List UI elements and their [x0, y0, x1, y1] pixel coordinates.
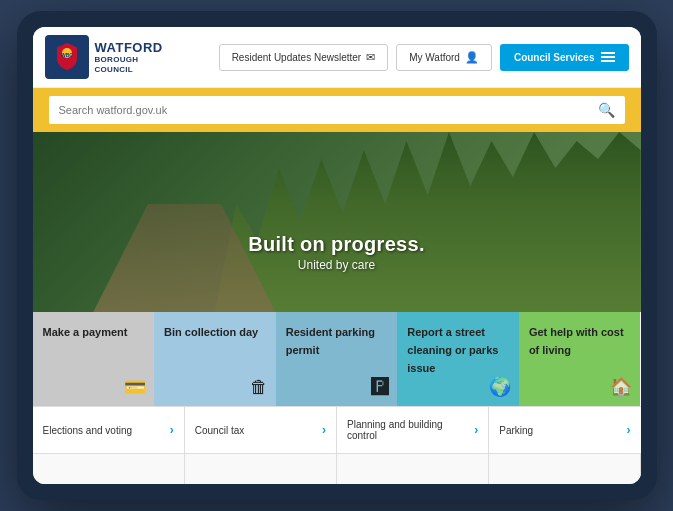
- council-tax-label: Council tax: [195, 425, 244, 436]
- bottom-link-2d: [489, 454, 641, 484]
- parking-icon: 🅿: [371, 377, 389, 398]
- bottom-link-2b: [185, 454, 337, 484]
- hero-text: Built on progress. United by care: [248, 233, 425, 272]
- svg-text:WBC: WBC: [61, 52, 73, 58]
- bottom-links-2: [33, 453, 641, 484]
- header-nav: Resident Updates Newsletter ✉ My Watford…: [219, 44, 629, 71]
- hero-title: Built on progress.: [248, 233, 425, 256]
- hero-background: [33, 132, 641, 312]
- tiles-row: Make a payment 💳 Bin collection day 🗑 Re…: [33, 312, 641, 406]
- hamburger-icon: [601, 52, 615, 62]
- elections-label: Elections and voting: [43, 425, 133, 436]
- street-icon: 🌍: [489, 376, 511, 398]
- logo-borough: BOROUGHCOUNCIL: [95, 55, 163, 74]
- my-watford-button[interactable]: My Watford 👤: [396, 44, 492, 71]
- user-icon: 👤: [465, 51, 479, 64]
- council-services-button[interactable]: Council Services: [500, 44, 629, 71]
- parking-chevron-icon: ›: [627, 423, 631, 437]
- tile-cost-label: Get help with cost of living: [529, 326, 624, 356]
- email-icon: ✉: [366, 51, 375, 64]
- council-services-label: Council Services: [514, 52, 595, 63]
- logo-watford: WATFORD: [95, 40, 163, 56]
- tile-payment-label: Make a payment: [43, 326, 128, 338]
- tile-bin-label: Bin collection day: [164, 326, 258, 338]
- parking-label: Parking: [499, 425, 533, 436]
- search-bar: 🔍: [33, 88, 641, 132]
- screen: WBC WATFORD BOROUGHCOUNCIL Resident Upda…: [33, 27, 641, 484]
- bottom-link-2c: [337, 454, 489, 484]
- logo-area: WBC WATFORD BOROUGHCOUNCIL: [45, 35, 163, 79]
- header: WBC WATFORD BOROUGHCOUNCIL Resident Upda…: [33, 27, 641, 88]
- newsletter-label: Resident Updates Newsletter: [232, 52, 362, 63]
- hero-overlay: [33, 132, 641, 312]
- my-watford-label: My Watford: [409, 52, 460, 63]
- hero-subtitle: United by care: [248, 258, 425, 272]
- tile-street[interactable]: Report a street cleaning or parks issue …: [397, 312, 519, 406]
- tile-parking-label: Resident parking permit: [286, 326, 375, 356]
- search-input[interactable]: [59, 104, 598, 116]
- link-elections[interactable]: Elections and voting ›: [33, 407, 185, 453]
- link-planning[interactable]: Planning and building control ›: [337, 407, 489, 453]
- logo-shield-icon: WBC: [53, 40, 81, 74]
- logo-text: WATFORD BOROUGHCOUNCIL: [95, 40, 163, 75]
- hero-section: Built on progress. United by care: [33, 132, 641, 312]
- device-frame: WBC WATFORD BOROUGHCOUNCIL Resident Upda…: [17, 11, 657, 500]
- search-icon[interactable]: 🔍: [598, 102, 615, 118]
- council-tax-chevron-icon: ›: [322, 423, 326, 437]
- search-input-wrap: 🔍: [49, 96, 625, 124]
- logo-badge: WBC: [45, 35, 89, 79]
- elections-chevron-icon: ›: [170, 423, 174, 437]
- cost-icon: 🏠: [610, 376, 632, 398]
- tile-street-label: Report a street cleaning or parks issue: [407, 326, 498, 374]
- link-parking[interactable]: Parking ›: [489, 407, 640, 453]
- bottom-link-2a: [33, 454, 185, 484]
- bin-icon: 🗑: [250, 377, 268, 398]
- tile-bin[interactable]: Bin collection day 🗑: [154, 312, 276, 406]
- tile-parking[interactable]: Resident parking permit 🅿: [276, 312, 398, 406]
- tile-cost[interactable]: Get help with cost of living 🏠: [519, 312, 641, 406]
- planning-chevron-icon: ›: [474, 423, 478, 437]
- payment-icon: 💳: [124, 376, 146, 398]
- tile-payment[interactable]: Make a payment 💳: [33, 312, 155, 406]
- link-council-tax[interactable]: Council tax ›: [185, 407, 337, 453]
- bottom-links: Elections and voting › Council tax › Pla…: [33, 406, 641, 453]
- newsletter-button[interactable]: Resident Updates Newsletter ✉: [219, 44, 389, 71]
- planning-label: Planning and building control: [347, 419, 474, 441]
